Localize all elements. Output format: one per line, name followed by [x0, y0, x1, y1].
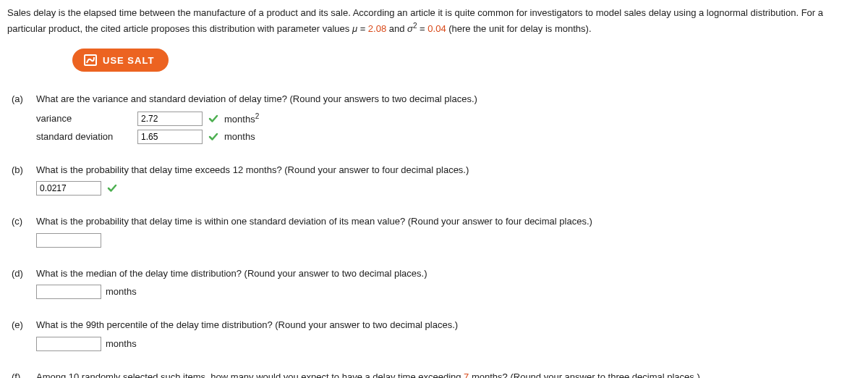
- d-unit: months: [106, 285, 137, 299]
- question-e-text: What is the 99th percentile of the delay…: [36, 318, 861, 332]
- question-c-text: What is the probability that delay time …: [36, 214, 861, 229]
- c-input[interactable]: [36, 233, 101, 248]
- question-f-label: (f): [7, 370, 36, 378]
- question-a: (a) What are the variance and standard d…: [7, 92, 861, 146]
- sigma-value: 0.04: [427, 23, 446, 34]
- salt-icon: [84, 54, 97, 66]
- question-b: (b) What is the probability that delay t…: [7, 163, 861, 199]
- question-b-label: (b): [7, 163, 36, 199]
- intro-text-2: (here the unit for delay is months).: [446, 23, 592, 34]
- sigma-symbol: σ: [407, 23, 413, 34]
- variance-label: variance: [36, 112, 137, 126]
- mu-symbol: μ: [352, 23, 357, 34]
- e-input[interactable]: [36, 337, 101, 351]
- question-a-label: (a): [7, 92, 36, 146]
- question-d: (d) What is the median of the delay time…: [7, 266, 861, 303]
- question-d-text: What is the median of the delay time dis…: [36, 266, 861, 281]
- question-a-text: What are the variance and standard devia…: [36, 92, 861, 106]
- question-d-label: (d): [7, 266, 36, 303]
- question-e-label: (e): [7, 318, 36, 354]
- use-salt-button[interactable]: USE SALT: [72, 49, 169, 72]
- sd-unit: months: [224, 130, 255, 144]
- check-icon: [208, 114, 218, 124]
- question-e: (e) What is the 99th percentile of the d…: [7, 318, 861, 354]
- question-f: (f) Among 10 randomly selected such item…: [7, 370, 861, 378]
- question-c-label: (c): [7, 214, 36, 251]
- check-icon: [208, 132, 218, 142]
- e-unit: months: [106, 337, 137, 351]
- sd-input[interactable]: [137, 130, 203, 144]
- d-input[interactable]: [36, 285, 101, 299]
- sd-label: standard deviation: [36, 130, 137, 144]
- question-c: (c) What is the probability that delay t…: [7, 214, 861, 251]
- variance-input[interactable]: [137, 112, 203, 126]
- check-icon: [107, 183, 117, 193]
- use-salt-label: USE SALT: [103, 55, 154, 66]
- question-f-text: Among 10 randomly selected such items, h…: [36, 370, 861, 378]
- problem-intro: Sales delay is the elapsed time between …: [7, 6, 861, 35]
- intro-text-1: Sales delay is the elapsed time between …: [7, 7, 823, 34]
- mu-value: 2.08: [368, 23, 386, 34]
- b-input[interactable]: [36, 181, 101, 196]
- question-b-text: What is the probability that delay time …: [36, 163, 861, 177]
